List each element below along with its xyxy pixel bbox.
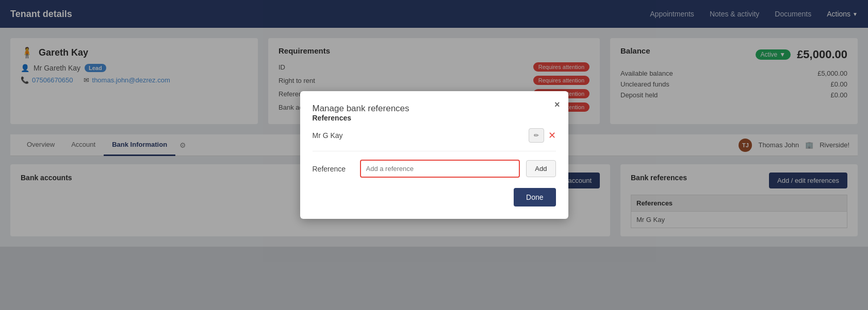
existing-reference-row: Mr G Kay ✏ ✕ xyxy=(313,128,556,143)
done-button[interactable]: Done xyxy=(514,188,555,206)
modal-references-section-title: References xyxy=(313,114,556,122)
add-reference-input[interactable] xyxy=(360,160,520,178)
modal-overlay: Manage bank references × References Mr G… xyxy=(0,0,868,310)
add-reference-row: Reference Add xyxy=(313,160,556,178)
reference-label: Reference xyxy=(313,165,354,173)
modal-close-button[interactable]: × xyxy=(554,99,560,110)
modal-footer: Done xyxy=(313,188,556,206)
ref-item-actions: ✏ ✕ xyxy=(529,128,556,143)
add-button[interactable]: Add xyxy=(526,160,555,177)
existing-reference-name: Mr G Kay xyxy=(313,131,343,140)
modal-title: Manage bank references xyxy=(313,104,410,113)
manage-bank-references-modal: Manage bank references × References Mr G… xyxy=(300,91,568,219)
delete-reference-button[interactable]: ✕ xyxy=(548,128,556,143)
divider xyxy=(313,151,556,151)
edit-reference-button[interactable]: ✏ xyxy=(529,128,544,143)
